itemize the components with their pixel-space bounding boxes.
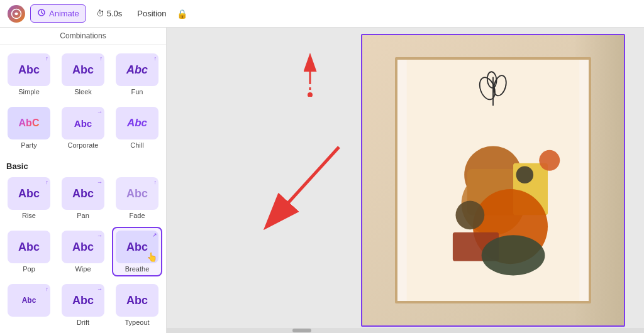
- anim-label-wipe: Wipe: [75, 265, 91, 273]
- anim-thumb-simple: Abc ↑: [8, 53, 50, 86]
- anim-abc-pan: Abc: [72, 187, 94, 200]
- anim-item-sleek[interactable]: Abc ↑ Sleek: [58, 50, 108, 99]
- anim-label-chill: Chill: [130, 141, 143, 149]
- anim-abc-rise: Abc: [18, 187, 40, 200]
- anim-label-breathe: Breathe: [125, 265, 150, 273]
- animate-label: Animate: [49, 9, 79, 18]
- anim-abc-fun: Abc: [126, 63, 148, 77]
- anim-thumb-rise: Abc ↑: [8, 177, 50, 210]
- anim-abc-chill: Abc: [127, 117, 147, 129]
- anim-thumb-wipe: Abc →: [62, 231, 104, 263]
- anim-abc-wipe: Abc: [72, 241, 94, 254]
- time-value: 5.0s: [107, 9, 123, 18]
- red-up-arrow-svg: [301, 46, 319, 97]
- anim-abc-corporate: Abc: [74, 118, 92, 129]
- anim-thumb-pop: Abc: [8, 231, 50, 263]
- arrow-badge-fade: ↑: [154, 179, 157, 185]
- anim-item-fun[interactable]: Abc ↑ Fun: [112, 50, 162, 99]
- anim-item-pop[interactable]: Abc Pop: [4, 227, 54, 276]
- toolbar: Animate ⏱ 5.0s Position 🔒: [0, 0, 644, 28]
- svg-line-7: [276, 147, 339, 216]
- anim-thumb-corporate: Abc →: [62, 107, 104, 139]
- anim-abc-simple: Abc: [18, 63, 40, 77]
- anim-thumb-typeout: Abc: [116, 284, 158, 317]
- anim-label-rise: Rise: [22, 212, 36, 219]
- combinations-grid: Abc ↑ Simple Abc ↑ Sleek Abc ↑: [4, 50, 162, 153]
- lock-button[interactable]: 🔒: [177, 9, 187, 19]
- breathe-corner-badge: ↗: [152, 232, 157, 238]
- up-arrow-indicator: [301, 46, 319, 97]
- sidebar-header: Combinations: [0, 28, 166, 45]
- animate-icon: [37, 8, 46, 19]
- svg-point-5: [308, 92, 313, 97]
- canvas-frame[interactable]: [361, 34, 625, 327]
- anim-abc-baseline: Abc: [22, 296, 36, 305]
- anim-abc-typeout: Abc: [126, 294, 148, 307]
- art-inner-frame: [395, 57, 591, 304]
- basic-grid: Abc ↑ Rise Abc → Pan Abc ↑: [4, 173, 162, 330]
- anim-abc-sleek: Abc: [72, 63, 94, 77]
- anim-thumb-sleek: Abc ↑: [62, 53, 104, 86]
- animate-button[interactable]: Animate: [30, 4, 86, 23]
- anim-item-drift[interactable]: Abc → Drift: [58, 280, 108, 330]
- anim-abc-pop: Abc: [18, 241, 40, 254]
- anim-label-simple: Simple: [18, 88, 40, 96]
- position-label: Position: [137, 9, 166, 18]
- anim-label-corporate: Corporate: [68, 141, 99, 149]
- basic-section-label: Basic: [4, 158, 162, 173]
- abstract-art-svg: [397, 60, 589, 302]
- anim-thumb-baseline: Abc ↑: [8, 284, 50, 317]
- anim-item-party[interactable]: AbC Party: [4, 103, 54, 153]
- arrow-badge-sleek: ↑: [100, 55, 103, 62]
- anim-label-sleek: Sleek: [74, 88, 92, 96]
- anim-abc-party: AbC: [19, 117, 40, 129]
- anim-label-pan: Pan: [77, 212, 89, 219]
- arrow-badge-baseline: ↑: [46, 286, 49, 292]
- anim-label-fade: Fade: [129, 212, 145, 219]
- anim-thumb-breathe: Abc ↗ 👆: [116, 231, 158, 263]
- anim-thumb-drift: Abc →: [62, 284, 104, 317]
- anim-item-simple[interactable]: Abc ↑ Simple: [4, 50, 54, 99]
- anim-item-pan[interactable]: Abc → Pan: [58, 173, 108, 223]
- anim-abc-drift: Abc: [72, 294, 94, 307]
- arrow-badge-drift: →: [97, 286, 103, 292]
- arrow-badge-wipe: →: [97, 232, 103, 239]
- anim-item-typeout[interactable]: Abc Typeout: [112, 280, 162, 330]
- anim-item-rise[interactable]: Abc ↑ Rise: [4, 173, 54, 223]
- anim-thumb-chill: Abc: [116, 107, 158, 139]
- anim-label-pop: Pop: [23, 265, 35, 273]
- anim-item-fade[interactable]: Abc ↑ Fade: [112, 173, 162, 223]
- bottom-scrollbar[interactable]: [167, 328, 644, 333]
- anim-label-typeout: Typeout: [125, 319, 149, 326]
- anim-thumb-party: AbC: [8, 107, 50, 139]
- anim-label-drift: Drift: [77, 319, 89, 326]
- anim-item-breathe[interactable]: Abc ↗ 👆 Breathe: [112, 227, 162, 276]
- art-frame: [362, 35, 624, 325]
- arrow-badge-pan: →: [97, 179, 103, 185]
- arrow-badge-rise: ↑: [46, 179, 49, 185]
- anim-item-corporate[interactable]: Abc → Corporate: [58, 103, 108, 153]
- diagonal-arrow-indicator: [238, 134, 364, 237]
- anim-item-wipe[interactable]: Abc → Wipe: [58, 227, 108, 276]
- arrow-up-badge-simple: ↑: [46, 55, 49, 62]
- anim-item-chill[interactable]: Abc Chill: [112, 103, 162, 153]
- svg-point-20: [482, 235, 545, 275]
- scrollbar-thumb: [292, 329, 311, 332]
- sidebar-scroll[interactable]: Abc ↑ Simple Abc ↑ Sleek Abc ↑: [0, 45, 166, 333]
- anim-item-baseline[interactable]: Abc ↑: [4, 280, 54, 330]
- anim-thumb-fun: Abc ↑: [116, 53, 158, 86]
- main-area: Combinations Abc ↑ Simple Abc ↑ Sleek: [0, 28, 644, 333]
- anim-label-fun: Fun: [131, 88, 143, 96]
- clock-icon: ⏱: [96, 9, 104, 18]
- arrow-badge-corporate: →: [97, 109, 103, 115]
- anim-abc-breathe: Abc: [126, 241, 148, 254]
- anim-thumb-fade: Abc ↑: [116, 177, 158, 210]
- svg-point-18: [455, 200, 484, 229]
- svg-point-22: [539, 150, 560, 170]
- position-button[interactable]: Position: [132, 6, 171, 21]
- time-control[interactable]: ⏱ 5.0s: [91, 6, 128, 21]
- anim-thumb-pan: Abc →: [62, 177, 104, 210]
- svg-point-21: [516, 166, 533, 183]
- anim-abc-fade: Abc: [126, 187, 148, 200]
- canva-logo[interactable]: [8, 5, 25, 23]
